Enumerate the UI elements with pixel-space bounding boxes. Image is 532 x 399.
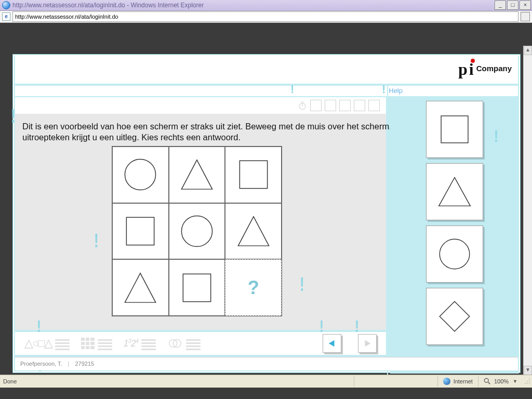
footer-user: Proefpersoon, T.	[20, 361, 62, 367]
answer-option-circle[interactable]	[426, 225, 483, 283]
help-marker-icon[interactable]: !	[300, 274, 304, 296]
svg-point-25	[527, 383, 528, 384]
status-zoom[interactable]: 100% ▼	[478, 376, 523, 387]
circle-icon	[178, 212, 216, 250]
next-button[interactable]	[358, 334, 377, 353]
svg-point-24	[527, 381, 528, 382]
task-type-numeric[interactable]: 1324	[124, 338, 156, 349]
progress-strip	[15, 97, 386, 114]
triangle-left-icon	[327, 339, 337, 348]
instruction-text: Dit is een voorbeeld van hoe een scherm …	[22, 121, 454, 142]
app-nav: ! ! Help	[15, 86, 518, 97]
grid-cell	[112, 203, 169, 260]
grid-cell-missing[interactable]: ?	[225, 259, 282, 316]
browser-statusbar: Done Internet 100% ▼	[0, 375, 532, 388]
grid-cell	[225, 147, 282, 203]
window-title: http://www.netassessor.nl/ata/loginInit.…	[12, 2, 204, 9]
square-icon	[121, 212, 159, 250]
progress-slot	[325, 100, 336, 111]
zoom-value: 100%	[494, 378, 509, 384]
scroll-up-button[interactable]: ▲	[524, 46, 532, 55]
window-restore-button[interactable]: □	[507, 1, 518, 10]
svg-rect-5	[240, 161, 267, 189]
task-type-venn[interactable]	[167, 338, 201, 349]
help-marker-icon[interactable]: !	[494, 127, 498, 146]
app-footer: Proefpersoon, T. | 279215	[15, 357, 518, 370]
prev-button[interactable]	[323, 334, 341, 353]
brand-company-text: Company	[476, 64, 512, 73]
help-marker-icon[interactable]: !	[94, 230, 99, 252]
address-go-button[interactable]	[521, 12, 530, 21]
svg-line-20	[488, 382, 490, 384]
progress-slot	[339, 100, 351, 111]
help-marker-icon[interactable]: !	[11, 105, 16, 128]
help-marker-icon[interactable]: !	[290, 83, 294, 96]
missing-symbol: ?	[248, 277, 259, 299]
scroll-down-button[interactable]: ▼	[524, 366, 532, 375]
app-header: pi Company	[15, 56, 518, 84]
stopwatch-icon	[298, 101, 307, 110]
window-minimize-button[interactable]: _	[495, 1, 506, 10]
help-marker-icon[interactable]: !	[37, 317, 41, 336]
answer-option-diamond[interactable]	[426, 288, 483, 345]
venn-icon	[167, 338, 183, 349]
svg-point-26	[525, 383, 526, 384]
grid-cell	[225, 203, 282, 260]
help-marker-icon[interactable]: !	[320, 317, 324, 336]
window-close-button[interactable]: ×	[520, 1, 531, 10]
svg-marker-8	[238, 217, 269, 246]
ie-logo-icon	[2, 1, 10, 9]
square-icon	[234, 155, 273, 194]
triangle-icon	[121, 269, 159, 307]
progress-slot	[354, 100, 365, 111]
square-icon	[436, 111, 473, 148]
svg-point-13	[440, 239, 470, 269]
triangle-icon	[436, 173, 473, 210]
help-marker-icon[interactable]: !	[382, 83, 385, 96]
svg-rect-6	[127, 217, 154, 245]
svg-marker-9	[125, 273, 156, 302]
svg-marker-17	[329, 340, 335, 347]
answer-option-square[interactable]	[426, 101, 483, 158]
task-type-shapes[interactable]: △○□△	[24, 337, 70, 350]
task-type-grid[interactable]	[81, 338, 112, 349]
status-zone-text: Internet	[454, 378, 473, 384]
help-link[interactable]: Help	[389, 87, 403, 95]
answer-option-triangle[interactable]	[426, 163, 483, 220]
progress-slot	[310, 100, 322, 111]
resize-grip[interactable]	[523, 378, 532, 385]
grip-icon	[524, 378, 531, 385]
circle-icon	[121, 155, 159, 194]
svg-rect-10	[183, 274, 210, 301]
triangle-right-icon	[363, 339, 372, 348]
footer-code: 279215	[75, 361, 95, 367]
task-toolbar: ! ! ! ! △○□△ 1324	[15, 332, 386, 355]
progress-slot	[368, 100, 380, 111]
status-empty	[354, 376, 437, 387]
puzzle-grid: ?	[112, 146, 282, 316]
grid-cell	[112, 259, 169, 316]
status-left: Done	[0, 378, 354, 384]
svg-point-19	[484, 378, 488, 382]
svg-marker-14	[440, 301, 470, 331]
svg-marker-4	[181, 160, 212, 189]
svg-point-7	[181, 216, 212, 246]
vertical-scrollbar[interactable]: ▲ ▼	[523, 46, 532, 375]
browser-viewport: pi Company ! ! Help Dit is een voorbeeld…	[0, 23, 532, 388]
svg-point-22	[529, 381, 530, 382]
help-marker-icon[interactable]: !	[355, 317, 359, 336]
url-input[interactable]	[12, 11, 518, 22]
window-titlebar: http://www.netassessor.nl/ata/loginInit.…	[0, 0, 532, 11]
address-bar	[0, 11, 532, 23]
magnifier-icon	[484, 378, 491, 385]
grid-cell	[169, 147, 225, 203]
svg-marker-12	[439, 178, 470, 206]
triangle-icon	[178, 155, 216, 194]
svg-point-23	[529, 383, 530, 384]
svg-point-21	[529, 379, 530, 380]
circle-icon	[436, 235, 473, 273]
grid-cell	[169, 203, 225, 260]
diamond-icon	[436, 298, 473, 335]
app-card: pi Company ! ! Help Dit is een voorbeeld…	[12, 54, 521, 373]
grid-cell	[169, 259, 225, 316]
